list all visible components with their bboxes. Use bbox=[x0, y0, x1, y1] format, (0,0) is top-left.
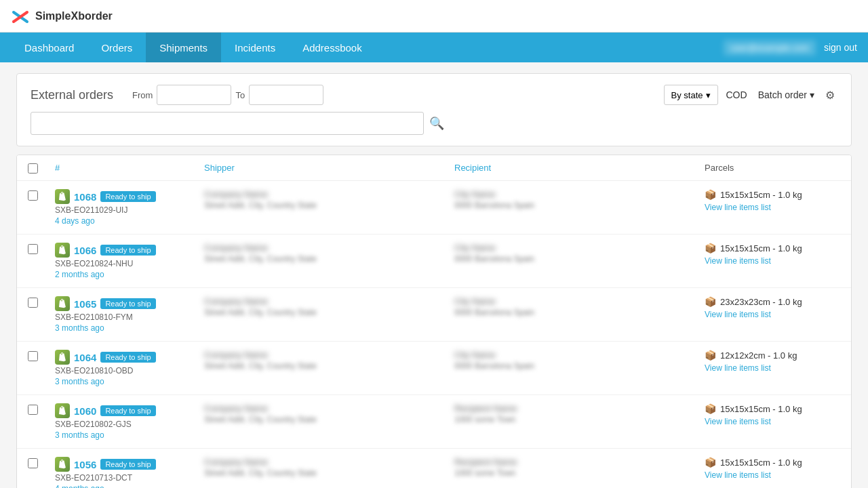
order-num-4: 1060 bbox=[74, 405, 96, 417]
badge-1: Ready to ship bbox=[100, 245, 155, 256]
from-input[interactable] bbox=[157, 85, 231, 105]
view-line-items-2[interactable]: View line items list bbox=[705, 310, 840, 319]
row-checkbox-3[interactable] bbox=[28, 351, 38, 361]
badge-5: Ready to ship bbox=[100, 459, 155, 470]
filter-date-range: From To bbox=[132, 85, 655, 105]
table-row: 1065 Ready to ship SXB-EO210810-FYM 3 mo… bbox=[17, 288, 851, 342]
sign-out-link[interactable]: sign out bbox=[824, 42, 857, 53]
view-line-items-3[interactable]: View line items list bbox=[705, 363, 840, 373]
chevron-down-icon: ▾ bbox=[706, 90, 711, 100]
shipper-name-5: Company Name bbox=[204, 457, 454, 467]
order-cell-1: 1066 Ready to ship SXB-EO210824-NHU 2 mo… bbox=[55, 243, 204, 279]
row-checkbox-2[interactable] bbox=[28, 298, 38, 308]
box-icon-3: 📦 bbox=[705, 350, 716, 361]
shipper-col-3: Company Name Street Addr, City, Country … bbox=[204, 350, 454, 371]
order-time-2[interactable]: 3 months ago bbox=[55, 323, 204, 333]
shopify-icon-0 bbox=[55, 189, 70, 204]
order-ref-1: SXB-EO210824-NHU bbox=[55, 259, 204, 268]
table-row: 1060 Ready to ship SXB-EO210802-GJS 3 mo… bbox=[17, 395, 851, 449]
table-header: # Shipper Recipient Parcels bbox=[17, 155, 851, 181]
shipper-name-0: Company Name bbox=[204, 189, 454, 199]
shipper-col-2: Company Name Street Addr, City, Country … bbox=[204, 296, 454, 317]
top-bar: SimpleXborder bbox=[0, 0, 868, 33]
parcels-col-0: 📦 15x15x15cm - 1.0 kg View line items li… bbox=[705, 189, 840, 212]
main-content: External orders From To By state ▾ COD B… bbox=[0, 62, 868, 488]
batch-order-label: Batch order bbox=[758, 89, 807, 100]
box-icon-0: 📦 bbox=[705, 189, 716, 200]
search-button[interactable]: 🔍 bbox=[429, 116, 444, 131]
order-ref-2: SXB-EO210810-FYM bbox=[55, 312, 204, 322]
shipper-col-0: Company Name Street Addr, City, Country … bbox=[204, 189, 454, 210]
logo-text: SimpleXborder bbox=[35, 10, 113, 22]
box-icon-4: 📦 bbox=[705, 403, 716, 414]
nav-right: user@example.com sign out bbox=[724, 40, 857, 56]
order-cell-5: 1056 Ready to ship SXB-EO210713-DCT 4 mo… bbox=[55, 457, 204, 488]
recipient-col-2: City Name 0000 Barcelona Spain bbox=[454, 296, 705, 317]
order-num-0: 1068 bbox=[74, 191, 96, 203]
recipient-name-5: Recipient Name bbox=[454, 457, 705, 467]
shipper-address-0: Street Addr, City, Country State bbox=[204, 201, 454, 210]
order-time-1[interactable]: 2 months ago bbox=[55, 270, 204, 279]
recipient-name-3: City Name bbox=[454, 350, 705, 360]
order-num-5: 1056 bbox=[74, 459, 96, 470]
parcel-size-5: 15x15x15cm - 1.0 kg bbox=[720, 458, 802, 468]
order-ref-5: SXB-EO210713-DCT bbox=[55, 473, 204, 483]
by-state-button[interactable]: By state ▾ bbox=[664, 85, 718, 105]
by-state-label: By state bbox=[671, 90, 703, 100]
settings-gear-button[interactable]: ⚙ bbox=[823, 89, 837, 102]
filter-top-row: External orders From To By state ▾ COD B… bbox=[31, 85, 837, 105]
row-checkbox-4[interactable] bbox=[28, 405, 38, 415]
to-input[interactable] bbox=[249, 85, 323, 105]
parcels-col-2: 📦 23x23x23cm - 1.0 kg View line items li… bbox=[705, 296, 840, 319]
order-num-3: 1064 bbox=[74, 352, 96, 363]
nav-shipments[interactable]: Shipments bbox=[146, 33, 221, 62]
view-line-items-0[interactable]: View line items list bbox=[705, 203, 840, 212]
from-label: From bbox=[132, 90, 153, 100]
shipper-address-2: Street Addr, City, Country State bbox=[204, 308, 454, 317]
view-line-items-5[interactable]: View line items list bbox=[705, 470, 840, 480]
parcel-size-3: 12x12x2cm - 1.0 kg bbox=[720, 350, 797, 361]
table-row: 1056 Ready to ship SXB-EO210713-DCT 4 mo… bbox=[17, 449, 851, 488]
nav-dashboard[interactable]: Dashboard bbox=[11, 33, 87, 62]
nav-orders[interactable]: Orders bbox=[87, 33, 146, 62]
view-line-items-1[interactable]: View line items list bbox=[705, 256, 840, 266]
row-checkbox-0[interactable] bbox=[28, 190, 38, 201]
table-row: 1064 Ready to ship SXB-EO210810-OBD 3 mo… bbox=[17, 342, 851, 395]
shipper-address-4: Street Addr, City, Country State bbox=[204, 415, 454, 424]
cod-button[interactable]: COD bbox=[724, 89, 750, 100]
parcels-col-3: 📦 12x12x2cm - 1.0 kg View line items lis… bbox=[705, 350, 840, 373]
badge-4: Ready to ship bbox=[100, 405, 155, 416]
box-icon-5: 📦 bbox=[705, 457, 716, 468]
table-row: 1068 Ready to ship SXB-EO211029-UIJ 4 da… bbox=[17, 181, 851, 235]
row-checkbox-5[interactable] bbox=[28, 458, 38, 468]
filter-title: External orders bbox=[31, 88, 113, 102]
recipient-address-4: 1000 some Town bbox=[454, 415, 705, 424]
order-time-0[interactable]: 4 days ago bbox=[55, 216, 204, 226]
user-email: user@example.com bbox=[724, 40, 816, 56]
view-line-items-4[interactable]: View line items list bbox=[705, 417, 840, 426]
order-time-3[interactable]: 3 months ago bbox=[55, 377, 204, 386]
logo-icon bbox=[11, 7, 30, 26]
batch-order-button[interactable]: Batch order ▾ bbox=[755, 89, 817, 100]
order-time-5[interactable]: 4 months ago bbox=[55, 484, 204, 488]
shopify-icon-3 bbox=[55, 350, 70, 365]
order-cell-0: 1068 Ready to ship SXB-EO211029-UIJ 4 da… bbox=[55, 189, 204, 226]
parcel-size-0: 15x15x15cm - 1.0 kg bbox=[720, 190, 802, 200]
order-time-4[interactable]: 3 months ago bbox=[55, 430, 204, 440]
parcels-col-5: 📦 15x15x15cm - 1.0 kg View line items li… bbox=[705, 457, 840, 480]
shipper-col-1: Company Name Street Addr, City, Country … bbox=[204, 243, 454, 264]
recipient-name-1: City Name bbox=[454, 243, 705, 253]
row-checkbox-1[interactable] bbox=[28, 244, 38, 254]
badge-3: Ready to ship bbox=[100, 352, 155, 363]
search-input[interactable] bbox=[31, 112, 424, 135]
select-all-checkbox[interactable] bbox=[28, 163, 38, 174]
nav-incidents[interactable]: Incidents bbox=[221, 33, 289, 62]
recipient-col-3: City Name 0000 Barcelona Spain bbox=[454, 350, 705, 371]
badge-2: Ready to ship bbox=[100, 298, 155, 309]
nav-addressbook[interactable]: Addressbook bbox=[289, 33, 376, 62]
recipient-col-0: City Name 0000 Barcelona Spain bbox=[454, 189, 705, 210]
recipient-address-1: 0000 Barcelona Spain bbox=[454, 254, 705, 264]
shipper-col-4: Company Name Street Addr, City, Country … bbox=[204, 403, 454, 424]
th-number: # bbox=[55, 163, 204, 173]
recipient-address-3: 0000 Barcelona Spain bbox=[454, 361, 705, 371]
